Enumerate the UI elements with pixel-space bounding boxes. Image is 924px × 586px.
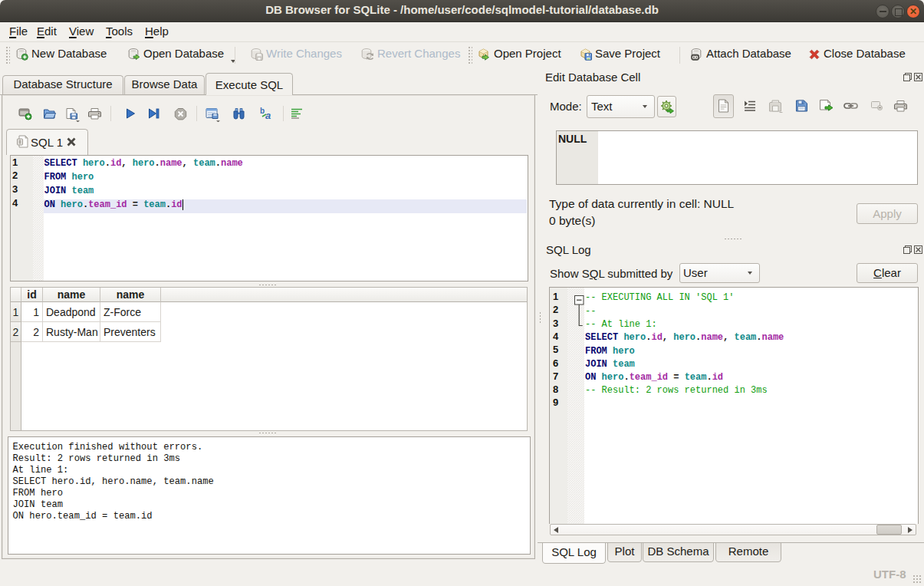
svg-text:b: b	[260, 107, 265, 115]
svg-text:a: a	[265, 110, 271, 120]
